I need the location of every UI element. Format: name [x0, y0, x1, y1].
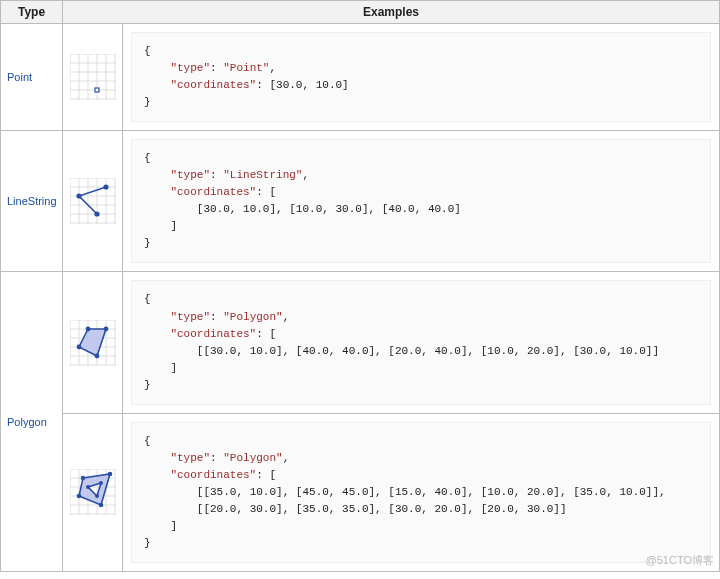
- svg-point-26: [76, 194, 81, 199]
- svg-point-63: [95, 494, 99, 498]
- svg-point-60: [76, 494, 81, 499]
- svg-point-62: [99, 481, 103, 485]
- type-link-point[interactable]: Point: [3, 71, 60, 83]
- table-row: LineString: [1, 131, 720, 272]
- header-examples: Examples: [63, 1, 720, 24]
- code-block: { "type": "Polygon", "coordinates": [ [[…: [131, 422, 711, 563]
- svg-point-43: [85, 326, 90, 331]
- point-icon: [70, 54, 116, 100]
- svg-marker-40: [79, 329, 106, 356]
- svg-point-59: [80, 476, 85, 481]
- type-link-linestring[interactable]: LineString: [3, 195, 60, 207]
- svg-point-61: [86, 485, 90, 489]
- svg-point-25: [94, 212, 99, 217]
- table-row: Point: [1, 24, 720, 131]
- svg-point-44: [76, 344, 81, 349]
- svg-point-41: [94, 353, 99, 358]
- svg-point-42: [103, 326, 108, 331]
- code-block: { "type": "Point", "coordinates": [30.0,…: [131, 32, 711, 122]
- svg-point-58: [107, 472, 112, 477]
- code-block: { "type": "LineString", "coordinates": […: [131, 139, 711, 263]
- polygon-hole-icon: [70, 469, 116, 515]
- geojson-types-table: Type Examples Point: [0, 0, 720, 572]
- svg-point-27: [103, 185, 108, 190]
- code-block: { "type": "Polygon", "coordinates": [ [[…: [131, 280, 711, 404]
- svg-point-57: [98, 503, 103, 508]
- header-type: Type: [1, 1, 63, 24]
- polygon-icon: [70, 320, 116, 366]
- linestring-icon: [70, 178, 116, 224]
- table-row: { "type": "Polygon", "coordinates": [ [[…: [1, 413, 720, 571]
- type-link-polygon[interactable]: Polygon: [3, 416, 60, 428]
- svg-rect-12: [95, 88, 99, 92]
- table-row: Polygon: [1, 272, 720, 413]
